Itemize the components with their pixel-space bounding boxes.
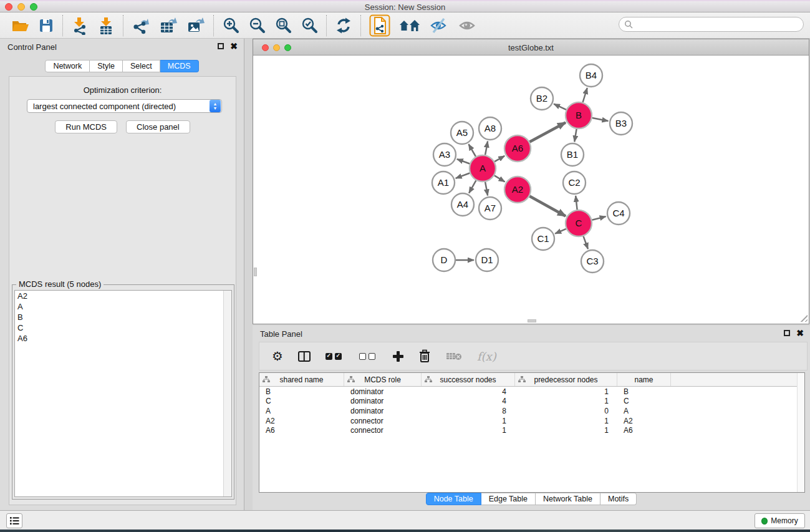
graph-edge-C-C1[interactable] bbox=[555, 229, 566, 234]
graph-edge-B-B2[interactable] bbox=[554, 104, 566, 110]
memory-button[interactable]: Memory bbox=[755, 513, 805, 528]
import-network-button[interactable] bbox=[67, 14, 93, 37]
delete-row-button[interactable] bbox=[418, 349, 431, 363]
graph-node-A8[interactable]: A8 bbox=[479, 117, 501, 140]
export-network-button[interactable] bbox=[127, 14, 155, 37]
tab-edge-table[interactable]: Edge Table bbox=[481, 493, 536, 505]
network-file-button[interactable] bbox=[365, 14, 395, 37]
mcds-result-list[interactable]: A2ABCA6 bbox=[14, 290, 232, 497]
graph-node-A3[interactable]: A3 bbox=[433, 143, 456, 166]
close-table-panel-icon[interactable]: ✖ bbox=[796, 329, 804, 337]
open-session-button[interactable] bbox=[6, 14, 34, 37]
graph-edge-C-C3[interactable] bbox=[584, 236, 588, 249]
zoom-out-button[interactable] bbox=[244, 14, 270, 37]
graph-edge-A-A2[interactable] bbox=[494, 175, 505, 181]
graph-edge-B-B4[interactable] bbox=[583, 88, 587, 102]
graph-edge-A-A1[interactable] bbox=[456, 173, 470, 178]
graph-node-A1[interactable]: A1 bbox=[432, 172, 455, 194]
graph-node-D1[interactable]: D1 bbox=[476, 249, 498, 271]
function-builder-button[interactable]: f(x) bbox=[477, 350, 496, 363]
graph-node-A2[interactable]: A2 bbox=[504, 177, 531, 203]
column-header-MCDS-role[interactable]: MCDS role bbox=[344, 373, 422, 386]
graph-node-A[interactable]: A bbox=[470, 155, 496, 181]
close-panel-button[interactable]: Close panel bbox=[126, 120, 190, 133]
graph-node-C1[interactable]: C1 bbox=[532, 228, 554, 250]
graph-node-A4[interactable]: A4 bbox=[451, 193, 474, 216]
table-scrollbar[interactable] bbox=[797, 373, 804, 492]
search-box[interactable] bbox=[619, 17, 804, 32]
export-table-button[interactable] bbox=[155, 14, 182, 37]
add-column-button[interactable] bbox=[393, 351, 403, 362]
column-header-predecessor-nodes[interactable]: predecessor nodes bbox=[515, 373, 617, 386]
graph-edge-A6-B[interactable] bbox=[529, 122, 566, 142]
graph-edge-C-C4[interactable] bbox=[592, 216, 605, 220]
mcds-result-item[interactable]: A bbox=[15, 301, 231, 312]
canvas-vertical-scroll-handle[interactable] bbox=[254, 268, 257, 276]
mcds-list-scrollbar[interactable] bbox=[223, 291, 231, 496]
graph-node-B[interactable]: B bbox=[566, 102, 592, 128]
show-panels-button[interactable] bbox=[453, 14, 482, 37]
network-canvas[interactable]: B4B2BB3A5A8A6B1A3AC2A1A2A4A7C4CC1DD1C3 bbox=[253, 56, 809, 323]
graph-edge-A-A6[interactable] bbox=[494, 156, 504, 162]
show-columns-button[interactable] bbox=[298, 351, 311, 362]
table-row-A[interactable]: Adominator80A bbox=[259, 406, 804, 416]
column-header-shared-name[interactable]: shared name bbox=[259, 373, 344, 386]
graph-edge-A-A8[interactable] bbox=[485, 142, 488, 155]
graph-node-B3[interactable]: B3 bbox=[610, 112, 632, 135]
graph-edge-B-B1[interactable] bbox=[574, 129, 576, 142]
table-row-A6[interactable]: A6connector11A6 bbox=[259, 425, 804, 435]
graph-edge-A2-C[interactable] bbox=[529, 196, 566, 216]
tab-style[interactable]: Style bbox=[90, 60, 123, 72]
table-row-A2[interactable]: A2connector11A2 bbox=[259, 416, 804, 426]
close-panel-icon[interactable]: ✖ bbox=[230, 42, 238, 50]
mcds-result-item[interactable]: B bbox=[15, 312, 231, 322]
graph-edge-C-C2[interactable] bbox=[576, 196, 577, 210]
mcds-result-item[interactable]: A2 bbox=[15, 291, 231, 301]
canvas-horizontal-scroll-handle[interactable] bbox=[528, 319, 536, 322]
graph-node-C3[interactable]: C3 bbox=[581, 250, 604, 273]
graph-edge-A-A5[interactable] bbox=[469, 144, 476, 157]
tab-network[interactable]: Network bbox=[45, 60, 90, 72]
graph-node-B1[interactable]: B1 bbox=[561, 143, 584, 166]
graph-node-A5[interactable]: A5 bbox=[451, 122, 473, 144]
graph-node-C[interactable]: C bbox=[566, 210, 592, 236]
column-header-successor-nodes[interactable]: successor nodes bbox=[422, 373, 515, 386]
zoom-selected-button[interactable] bbox=[296, 14, 322, 37]
zoom-in-button[interactable] bbox=[218, 14, 244, 37]
export-image-button[interactable] bbox=[182, 14, 210, 37]
float-table-panel-icon[interactable] bbox=[784, 330, 790, 336]
graph-edge-A-A3[interactable] bbox=[457, 159, 470, 163]
tab-mcds[interactable]: MCDS bbox=[160, 60, 199, 72]
graph-node-C2[interactable]: C2 bbox=[563, 172, 586, 194]
task-history-button[interactable] bbox=[6, 513, 22, 528]
graph-edge-A-A4[interactable] bbox=[469, 180, 476, 193]
home-networks-button[interactable] bbox=[395, 14, 425, 37]
graph-node-B4[interactable]: B4 bbox=[580, 64, 602, 87]
column-header-name[interactable]: name bbox=[617, 373, 671, 386]
graph-node-A6[interactable]: A6 bbox=[504, 135, 531, 162]
float-panel-icon[interactable] bbox=[218, 43, 224, 49]
graph-node-A7[interactable]: A7 bbox=[479, 197, 501, 220]
tab-network-table[interactable]: Network Table bbox=[536, 493, 600, 505]
tab-motifs[interactable]: Motifs bbox=[600, 493, 637, 505]
graph-node-B2[interactable]: B2 bbox=[531, 87, 553, 110]
zoom-fit-button[interactable] bbox=[270, 14, 296, 37]
tab-node-table[interactable]: Node Table bbox=[426, 493, 481, 505]
graph-node-D[interactable]: D bbox=[433, 249, 455, 271]
mcds-result-item[interactable]: A6 bbox=[15, 333, 231, 344]
refresh-button[interactable] bbox=[330, 14, 357, 37]
graph-node-C4[interactable]: C4 bbox=[607, 202, 630, 225]
table-row-B[interactable]: Bdominator41B bbox=[259, 387, 804, 397]
criterion-select[interactable]: largest connected component (directed) ▲… bbox=[27, 99, 222, 113]
import-table-button[interactable] bbox=[93, 14, 119, 37]
hide-panels-button[interactable] bbox=[425, 14, 453, 37]
select-all-button[interactable] bbox=[325, 353, 344, 360]
mcds-result-item[interactable]: C bbox=[15, 322, 231, 333]
graph-edge-B-B3[interactable] bbox=[592, 118, 609, 121]
graph-edge-A-A7[interactable] bbox=[485, 182, 488, 196]
deselect-all-button[interactable] bbox=[359, 353, 378, 360]
save-session-button[interactable] bbox=[34, 14, 59, 37]
table-row-C[interactable]: Cdominator41C bbox=[259, 397, 804, 407]
search-input[interactable] bbox=[633, 19, 803, 30]
table-settings-button[interactable]: ⚙ bbox=[272, 350, 283, 362]
